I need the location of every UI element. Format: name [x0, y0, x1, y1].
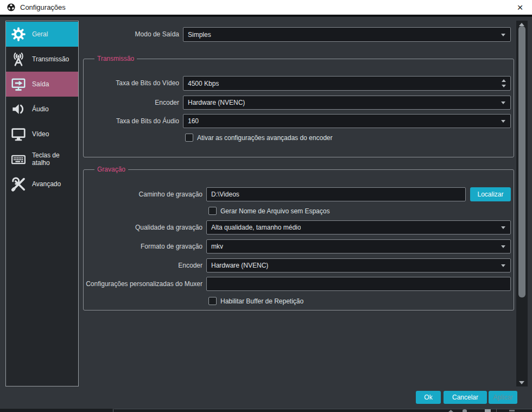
muxer-settings-label: Configurações personalizadas do Muxer	[86, 277, 202, 291]
settings-window: Configurações × Geral	[0, 0, 532, 412]
output-mode-label: Modo de Saída	[135, 27, 179, 42]
ok-button[interactable]: Ok	[416, 391, 441, 404]
sidebar-item-label: Saída	[32, 80, 49, 88]
recording-path-input[interactable]	[206, 187, 466, 201]
tools-icon	[10, 176, 27, 192]
background-window-divider	[113, 409, 113, 412]
recording-path-label: Caminho de gravação	[139, 187, 202, 201]
sidebar-item-video[interactable]: Vídeo	[6, 122, 78, 147]
taskbar-icon	[463, 409, 467, 412]
sidebar-item-geral[interactable]: Geral	[6, 22, 78, 47]
title-bar[interactable]: Configurações ×	[0, 0, 532, 15]
taskbar-icon	[509, 410, 515, 411]
sidebar-item-label: Vídeo	[32, 130, 49, 138]
sidebar-item-avancado[interactable]: Avançado	[6, 172, 78, 197]
taskbar-icon	[485, 409, 491, 412]
recording-encoder-select[interactable]: Hardware (NVENC)	[206, 258, 511, 272]
stream-encoder-label: Encoder	[155, 96, 179, 110]
chevron-down-icon	[501, 226, 505, 229]
background-window-edge	[114, 409, 532, 409]
sidebar-item-transmissao[interactable]: Transmissão	[6, 47, 78, 72]
audio-bitrate-select[interactable]: 160	[183, 114, 511, 128]
sidebar-item-teclas-de-atalho[interactable]: Teclas de atalho	[6, 147, 78, 172]
audio-bitrate-label: Taxa de Bits do Áudio	[116, 114, 179, 128]
titlebar-separator	[0, 15, 532, 17]
chevron-down-icon	[501, 102, 505, 104]
sidebar-item-label: Transmissão	[32, 55, 69, 63]
chevron-down-icon	[501, 34, 505, 36]
advanced-encoder-checkbox-label: Ativar as configurações avançadas do enc…	[197, 134, 333, 142]
obs-logo-icon	[7, 3, 16, 12]
advanced-encoder-checkbox[interactable]	[185, 134, 193, 142]
broadcast-icon	[10, 51, 27, 67]
no-spaces-checkbox[interactable]	[208, 207, 217, 215]
video-bitrate-label: Taxa de Bits do Vídeo	[116, 76, 179, 91]
stream-encoder-select[interactable]: Hardware (NVENC)	[183, 96, 511, 110]
output-icon	[10, 76, 27, 92]
chevron-down-icon	[501, 264, 505, 267]
chevron-down-icon	[501, 245, 505, 248]
muxer-settings-input[interactable]	[206, 277, 511, 291]
video-bitrate-spinbox[interactable]: 4500 Kbps	[183, 76, 511, 91]
settings-nav-list: Geral Transmissão	[5, 21, 79, 386]
taskbar-icon	[448, 410, 453, 412]
no-spaces-checkbox-label: Gerar Nome de Arquivo sem Espaços	[220, 207, 330, 215]
streaming-group-title: Transmissão	[94, 55, 137, 62]
replay-buffer-checkbox-label: Habilitar Buffer de Repetição	[220, 297, 303, 306]
background-window-strip	[0, 409, 532, 412]
sidebar-item-label: Teclas de atalho	[32, 151, 78, 167]
window-title: Configurações	[20, 3, 66, 11]
chevron-down-icon	[501, 120, 505, 123]
output-mode-select[interactable]: Simples	[183, 27, 511, 42]
close-button[interactable]: ×	[514, 0, 527, 15]
cancel-button[interactable]: Cancelar	[444, 391, 487, 404]
recording-format-select[interactable]: mkv	[206, 239, 511, 253]
recording-format-label: Formato de gravação	[141, 239, 202, 253]
monitor-icon	[10, 126, 27, 142]
gear-icon	[10, 26, 27, 42]
sidebar-item-label: Avançado	[32, 180, 61, 188]
scrollbar-thumb[interactable]	[518, 26, 525, 297]
speaker-icon	[10, 101, 27, 117]
scrollbar[interactable]	[516, 21, 528, 386]
scroll-down-icon[interactable]	[519, 381, 524, 384]
recording-group-title: Gravação	[94, 166, 128, 173]
sidebar-item-saida[interactable]: Saída	[6, 72, 78, 97]
replay-buffer-checkbox[interactable]	[208, 297, 217, 305]
spin-up-icon[interactable]	[502, 79, 506, 82]
sidebar-item-label: Áudio	[32, 105, 49, 113]
keyboard-icon	[10, 151, 27, 167]
sidebar-item-label: Geral	[32, 30, 48, 38]
recording-quality-label: Qualidade da gravação	[135, 220, 202, 234]
recording-encoder-label: Encoder	[178, 258, 202, 272]
background-window-divider	[496, 409, 497, 412]
browse-button[interactable]: Localizar	[470, 187, 511, 201]
spin-down-icon[interactable]	[502, 85, 506, 87]
sidebar-item-audio[interactable]: Áudio	[6, 97, 78, 122]
recording-quality-select[interactable]: Alta qualidade, tamanho médio	[206, 220, 511, 234]
apply-button[interactable]: Aplicar	[489, 391, 517, 404]
